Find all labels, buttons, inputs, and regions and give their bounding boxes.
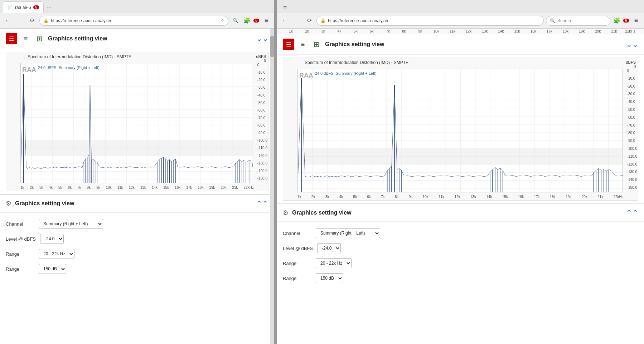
right-level-row: Level @ dBFS -24.0 -18.0 -12.0 [283,243,638,253]
left-channel-label: Channel [6,221,34,227]
tab-favicon: 📄 [8,5,13,10]
right-range-db-label: Range [283,276,311,281]
left-bookmark-icon: ☆ [221,18,224,23]
left-forward-btn[interactable]: → [15,16,25,26]
right-channel-row: Channel Summary (Right + Left) Left Righ… [283,228,638,238]
right-list-icon2[interactable]: ≡ [298,39,308,49]
left-settings-icon: ⚙ [6,200,11,207]
left-chart-subtitle: -24.0 dBFS, Summary (Right + Left) [37,65,100,70]
right-freq-bar: 1k 2k 3k 4k 5k 6k 7k 8k 9k 10k 11k 12k 1… [277,29,644,34]
right-reload-btn[interactable]: ⟳ [304,16,314,26]
left-channel-select[interactable]: Summary (Right + Left) Left Right [39,219,103,229]
left-range-db-select[interactable]: 150 dB 120 dB 90 dB [39,264,66,274]
left-address-bar[interactable]: 🔒 https://reference-audio-analyzer ☆ [39,16,228,26]
left-range-freq-row: Range 20 - 22k Hz 20 - 20k Hz [6,249,268,259]
left-settings-collapse-btn[interactable]: ⌃⌃ [256,199,268,208]
right-settings-icon: ⚙ [283,209,289,217]
right-address-bar[interactable]: 🔒 https://reference-audio-analyzer [316,16,544,26]
right-dbfs-label: dBFS 0 [626,60,636,69]
left-level-select[interactable]: -24.0 -18.0 -12.0 [40,234,64,244]
right-search-bar[interactable]: 🔍 Search [546,16,610,26]
left-grid-icon[interactable]: ⊞ [34,34,44,44]
svg-rect-39 [21,141,253,156]
right-back-btn[interactable]: ← [280,16,290,26]
right-chart-subtitle: -24.0 dBFS, Summary (Right + Left) [314,71,377,75]
right-ext-badge: 6 [623,19,629,23]
left-tab-label: raa ae-5 [15,5,31,10]
right-extensions-icon: 🧩 [612,16,621,25]
right-chart-area: RAA -24.0 dBFS, Summary (Right + Left) [297,69,623,192]
right-raa-logo: RAA [299,72,313,79]
right-forward-btn[interactable]: → [292,16,302,26]
right-chart-collapse-btn[interactable]: ⌄⌄ [626,40,638,49]
right-chart-container: dBFS 0 Spectrum of Intermodulation Disto… [283,58,638,201]
left-settings-panel: Channel Summary (Right + Left) Left Righ… [0,212,274,285]
left-chart-collapse-btn[interactable]: ⌄⌄ [256,34,268,43]
right-settings-collapse-btn[interactable]: ⌃⌃ [626,208,638,217]
left-dbfs-label: dBFS 0 [256,54,266,63]
right-channel-label: Channel [283,231,311,236]
left-page-content: ☰ ≡ ⊞ Graphics setting view ⌄⌄ dBFS 0 Sp… [0,29,274,344]
left-range-db-label: Range [6,266,34,272]
right-spectrum-svg [298,69,623,192]
left-range-freq-label: Range [6,251,34,257]
left-extensions-icon: 🧩 [243,16,251,25]
right-range-freq-row: Range 20 - 22k Hz 20 - 20k Hz [283,258,638,268]
left-chart-inner: dBFS 0 Spectrum of Intermodulation Disto… [6,52,268,191]
right-search-label: Search [557,18,571,23]
left-overflow-btn[interactable]: ≡ [261,16,271,26]
right-range-db-select[interactable]: 150 dB 120 dB 90 dB [316,273,343,283]
right-chart-header: ☰ ≡ ⊞ Graphics setting view ⌄⌄ [277,34,644,55]
right-x-labels: 1k2k3k4k5k6k 7k8k9k10k11k12k 13k14k15k16… [297,195,624,199]
left-range-freq-select[interactable]: 20 - 22k Hz 20 - 20k Hz [39,249,74,259]
right-level-label: Level @ dBFS [283,246,313,251]
right-lock-icon: 🔒 [320,18,326,23]
right-overflow-btn[interactable]: ≡ [631,16,641,26]
left-scrollbar[interactable] [270,29,274,344]
right-browser-pane: ≡ ← → ⟳ 🔒 https://reference-audio-analyz… [277,0,644,344]
right-chart-inner: dBFS 0 Spectrum of Intermodulation Disto… [283,58,638,200]
right-channel-select[interactable]: Summary (Right + Left) Left Right [316,228,380,238]
right-list-icon[interactable]: ≡ [280,3,290,13]
left-level-label: Level @ dBFS [6,236,36,242]
left-tab-bar: 📄 raa ae-5 6 ⋯ [0,0,274,13]
right-grid-icon[interactable]: ⊞ [311,39,321,49]
left-search-btn[interactable]: 🔍 [231,16,241,26]
left-raa-logo: RAA [22,66,36,74]
left-level-row: Level @ dBFS -24.0 -18.0 -12.0 [6,234,268,244]
left-ext-badge: 6 [253,19,259,23]
left-spectrum-svg [21,63,253,183]
left-url: https://reference-audio-analyzer [51,18,218,23]
right-hamburger-btn[interactable]: ☰ [283,39,294,50]
right-level-select[interactable]: -24.0 -18.0 -12.0 [317,243,341,253]
left-browser-toolbar: ← → ⟳ 🔒 https://reference-audio-analyzer… [0,13,274,29]
left-chart-area: RAA -24.0 dBFS, Summary (Right + Left) [20,63,253,183]
right-search-icon: 🔍 [550,18,555,23]
left-back-btn[interactable]: ← [3,16,13,26]
right-range-freq-label: Range [283,261,311,266]
left-list-icon[interactable]: ≡ [21,34,31,44]
right-range-freq-select[interactable]: 20 - 22k Hz 20 - 20k Hz [316,258,352,268]
left-x-labels: 1k2k3k4k5k6k 7k8k9k10k11k12k 13k14k15k16… [20,186,254,190]
left-browser-pane: 📄 raa ae-5 6 ⋯ ← → ⟳ 🔒 https://reference… [0,0,276,344]
svg-rect-107 [298,149,623,165]
left-reload-btn[interactable]: ⟳ [27,16,37,26]
right-page-content: ☰ ≡ ⊞ Graphics setting view ⌄⌄ dBFS 0 Sp… [277,34,644,344]
left-range-db-row: Range 150 dB 120 dB 90 dB [6,264,268,274]
right-settings-header: ⚙ Graphics setting view ⌃⌃ [277,203,644,222]
left-lock-icon: 🔒 [43,18,49,23]
right-chart-title: Graphics setting view [325,41,623,48]
left-channel-row: Channel Summary (Right + Left) Left Righ… [6,219,268,229]
right-y-labels: 0-10.0-20.0-30.0-40.0 -50.0-60.0-70.0-80… [627,69,637,190]
left-tab-badge: 6 [33,5,39,9]
left-more-tabs-btn[interactable]: ⋯ [44,3,54,13]
left-hamburger-btn[interactable]: ☰ [6,33,17,44]
left-chart-container: dBFS 0 Spectrum of Intermodulation Disto… [6,52,268,191]
right-url: https://reference-audio-analyzer [328,18,540,23]
left-scrollbar-thumb[interactable] [270,36,274,57]
left-active-tab[interactable]: 📄 raa ae-5 6 [3,1,44,13]
left-settings-title: Graphics setting view [15,200,253,207]
left-y-labels: 0-10.0-20.0-30.0-40.0 -50.0-60.0-70.0-80… [257,63,267,180]
right-chart-spectrum-title: Spectrum of Intermodulation Distortion (… [305,60,408,65]
left-chart-header: ☰ ≡ ⊞ Graphics setting view ⌄⌄ [0,29,274,49]
